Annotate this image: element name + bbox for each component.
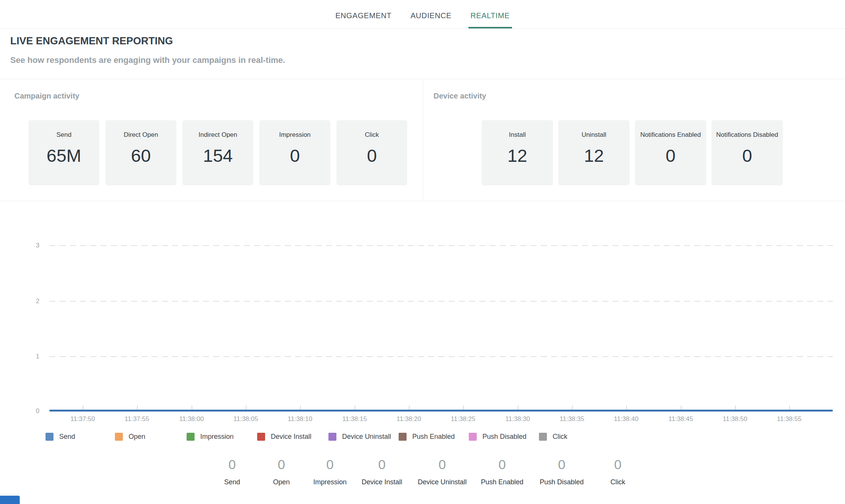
- counter-value: 0: [498, 458, 506, 471]
- counter-click: 0 Click: [611, 458, 625, 485]
- stat-label: Notifications Enabled: [640, 131, 701, 139]
- counter-send: 0 Send: [224, 458, 240, 485]
- activity-section: Campaign activity Send 65M Direct Open 6…: [0, 79, 845, 201]
- x-axis-label: 11:38:20: [397, 415, 421, 423]
- counter-value: 0: [228, 458, 236, 471]
- device-activity-panel: Device activity Install 12 Uninstall 12 …: [423, 79, 845, 201]
- stat-value: 0: [290, 145, 300, 166]
- x-axis-label: 11:38:00: [179, 415, 204, 423]
- counter-value: 0: [614, 458, 621, 471]
- legend-swatch-impression: [187, 433, 195, 441]
- stat-label: Install: [509, 131, 526, 139]
- stat-label: Impression: [279, 131, 311, 139]
- x-axis-label: 11:38:15: [342, 415, 367, 423]
- legend-swatch-device-install: [257, 433, 265, 441]
- counter-label: Click: [611, 479, 625, 485]
- legend-label: Open: [129, 433, 145, 441]
- page-header: LIVE ENGAGEMENT REPORTING See how respon…: [10, 28, 835, 64]
- legend-item-impression[interactable]: Impression: [187, 433, 234, 441]
- stat-value: 0: [367, 145, 377, 166]
- stat-label: Indirect Open: [198, 131, 237, 139]
- counter-value: 0: [558, 458, 565, 471]
- realtime-line-chart: 3 2 1 0 11:37:50 11:37:55 11:38:00 11:38…: [0, 201, 845, 429]
- legend-label: Push Disabled: [482, 433, 526, 441]
- stat-value: 60: [131, 145, 151, 166]
- campaign-activity-cards: Send 65M Direct Open 60 Indirect Open 15…: [28, 120, 407, 185]
- page-title: LIVE ENGAGEMENT REPORTING: [10, 36, 835, 46]
- gridline-2: [49, 301, 833, 302]
- tab-bar: ENGAGEMENT AUDIENCE REALTIME: [0, 0, 845, 29]
- legend-item-push-enabled[interactable]: Push Enabled: [399, 433, 455, 441]
- x-axis-label: 11:37:50: [71, 415, 95, 423]
- counter-impression: 0 Impression: [313, 458, 347, 485]
- stat-value: 154: [203, 145, 232, 166]
- legend-label: Device Install: [271, 433, 311, 441]
- chat-launcher-button[interactable]: [0, 496, 20, 504]
- legend-swatch-click: [539, 433, 547, 441]
- chart-legend: Send Open Impression Device Install Devi…: [0, 433, 845, 442]
- counter-device-install: 0 Device Install: [361, 458, 402, 485]
- x-axis-label: 11:38:40: [614, 415, 639, 423]
- counter-value: 0: [326, 458, 333, 471]
- x-axis-label: 11:38:45: [669, 415, 693, 423]
- legend-label: Device Uninstall: [342, 433, 391, 441]
- counter-device-uninstall: 0 Device Uninstall: [418, 458, 466, 485]
- tab-engagement[interactable]: ENGAGEMENT: [333, 0, 394, 28]
- counter-label: Push Disabled: [540, 479, 584, 485]
- stat-value: 0: [666, 145, 675, 166]
- stat-value: 12: [507, 145, 527, 166]
- tab-realtime[interactable]: REALTIME: [468, 0, 512, 28]
- stat-label: Send: [57, 131, 72, 139]
- legend-swatch-push-disabled: [469, 433, 477, 441]
- device-activity-title: Device activity: [433, 92, 486, 100]
- counter-label: Impression: [313, 479, 347, 485]
- x-axis-label: 11:38:25: [451, 415, 476, 423]
- legend-item-send[interactable]: Send: [46, 433, 75, 441]
- legend-item-device-uninstall[interactable]: Device Uninstall: [328, 433, 391, 441]
- stat-card-uninstall: Uninstall 12: [558, 120, 630, 185]
- legend-label: Send: [59, 433, 75, 441]
- counter-label: Open: [273, 479, 290, 485]
- tab-audience[interactable]: AUDIENCE: [408, 0, 454, 28]
- counter-label: Send: [224, 479, 240, 485]
- counter-value: 0: [438, 458, 446, 471]
- counter-push-disabled: 0 Push Disabled: [540, 458, 584, 485]
- y-axis-tick: 2: [22, 297, 39, 305]
- legend-item-push-disabled[interactable]: Push Disabled: [469, 433, 526, 441]
- stat-value: 65M: [47, 145, 81, 166]
- counter-label: Push Enabled: [481, 479, 523, 485]
- page-subtitle: See how respondents are engaging with yo…: [10, 56, 835, 64]
- stat-card-impression: Impression 0: [259, 120, 330, 185]
- legend-item-open[interactable]: Open: [115, 433, 145, 441]
- stat-card-notifications-disabled: Notifications Disabled 0: [711, 120, 783, 185]
- counter-value: 0: [378, 458, 385, 471]
- y-axis-tick: 1: [22, 353, 39, 360]
- stat-value: 0: [742, 145, 752, 166]
- campaign-activity-title: Campaign activity: [14, 92, 79, 100]
- legend-swatch-send: [46, 433, 53, 441]
- counter-label: Device Uninstall: [418, 479, 466, 485]
- stat-label: Uninstall: [581, 131, 606, 139]
- device-activity-cards: Install 12 Uninstall 12 Notifications En…: [482, 120, 783, 185]
- y-axis-tick: 3: [22, 242, 39, 249]
- x-axis-label: 11:38:10: [288, 415, 313, 423]
- live-counters: 0 Send 0 Open 0 Impression 0 Device Inst…: [0, 458, 845, 496]
- x-axis-label: 11:38:55: [777, 415, 802, 423]
- series-line-at-zero: [49, 410, 833, 412]
- stat-label: Notifications Disabled: [716, 131, 778, 139]
- legend-item-click[interactable]: Click: [539, 433, 567, 441]
- legend-label: Click: [553, 433, 567, 441]
- stat-card-send: Send 65M: [28, 120, 99, 185]
- stat-value: 12: [584, 145, 604, 166]
- x-axis-label: 11:37:55: [125, 415, 149, 423]
- gridline-1: [49, 356, 833, 357]
- stat-card-notifications-enabled: Notifications Enabled 0: [635, 120, 706, 185]
- live-engagement-page: ENGAGEMENT AUDIENCE REALTIME LIVE ENGAGE…: [0, 0, 845, 504]
- counter-push-enabled: 0 Push Enabled: [481, 458, 523, 485]
- stat-label: Direct Open: [124, 131, 158, 139]
- stat-card-direct-open: Direct Open 60: [105, 120, 176, 185]
- x-axis-label: 11:38:35: [560, 415, 584, 423]
- legend-item-device-install[interactable]: Device Install: [257, 433, 311, 441]
- gridline-3: [49, 245, 833, 246]
- counter-open: 0 Open: [273, 458, 290, 485]
